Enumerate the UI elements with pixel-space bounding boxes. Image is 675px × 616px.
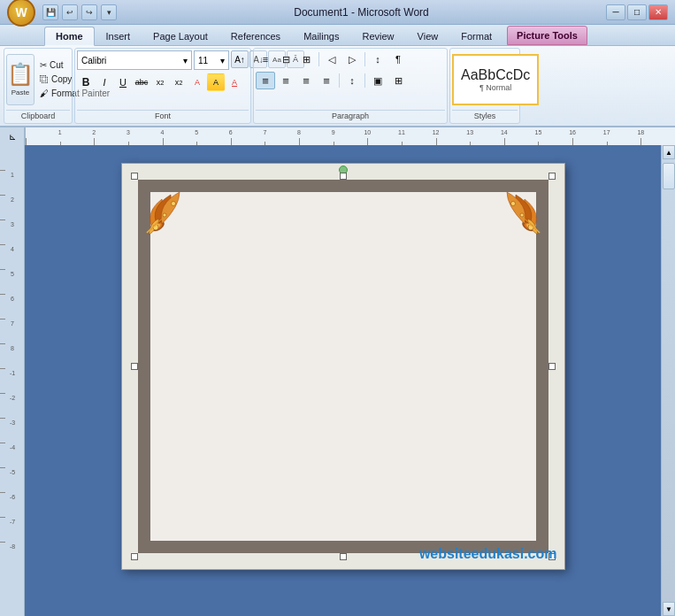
paragraph-bottom-row: ≡ ≡ ≡ ≡ ↕ ▣ ⊞: [256, 72, 408, 89]
handle-top-middle[interactable]: [340, 173, 347, 180]
scroll-down-button[interactable]: ▼: [663, 602, 675, 616]
minimize-button[interactable]: ─: [606, 4, 625, 20]
decrease-indent-button[interactable]: ◁: [322, 50, 341, 68]
strikethrough-button[interactable]: abc: [133, 73, 150, 91]
italic-button[interactable]: I: [96, 73, 113, 91]
superscript-button[interactable]: x2: [170, 73, 188, 91]
clipboard-group: 📋 Paste ✂ Cut ⿻ Copy 🖌 Format Painter Cl…: [4, 48, 73, 124]
style-preview-text: AaBbCcDc: [461, 67, 530, 83]
more-quick-btn[interactable]: ▾: [101, 4, 117, 20]
redo-quick-btn[interactable]: ↪: [81, 4, 97, 20]
handle-top-left[interactable]: [131, 173, 138, 180]
text-effects-button[interactable]: A: [188, 73, 206, 91]
font-size-selector[interactable]: 11 ▾: [194, 50, 229, 70]
handle-bottom-middle[interactable]: [340, 553, 347, 560]
subscript-button[interactable]: x2: [151, 73, 169, 91]
align-left-button[interactable]: ≡: [256, 72, 275, 89]
styles-group: AaBbCcDc ¶ Normal Styles: [449, 48, 520, 124]
increase-indent-button[interactable]: ▷: [342, 50, 362, 68]
sort-button[interactable]: ↕: [368, 50, 387, 68]
font-color-button[interactable]: A: [226, 73, 243, 91]
title-bar: W 💾 ↩ ↪ ▾ Document1 - Microsoft Word ─ □…: [0, 0, 675, 25]
justify-button[interactable]: ≡: [317, 72, 336, 89]
svg-point-3: [171, 202, 175, 206]
format-buttons-row: B I U abc x2 x2 A A A: [77, 73, 243, 91]
grow-font-button[interactable]: A↑: [231, 50, 249, 68]
window-controls: ─ □ ✕: [606, 4, 668, 20]
paragraph-content: ≡ ⊟ ⊞ ◁ ▷ ↕ ¶ ≡ ≡ ≡ ≡ ↕ ▣ ⊞: [256, 50, 445, 108]
ruler-area: ⊾ 123456789101112131415161718: [0, 127, 675, 145]
font-group: Calibri ▾ 11 ▾ A↑ A↓ Aa Ā B I U abc: [74, 48, 251, 124]
page-border-frame: [138, 180, 548, 553]
shading-button[interactable]: ▣: [368, 72, 387, 89]
ribbon: 📋 Paste ✂ Cut ⿻ Copy 🖌 Format Painter Cl…: [0, 46, 675, 127]
horizontal-ruler: 123456789101112131415161718: [25, 127, 675, 145]
underline-button[interactable]: U: [114, 73, 132, 91]
copy-icon: ⿻: [40, 74, 49, 84]
dropdown-arrow: ▾: [183, 56, 188, 65]
highlight-button[interactable]: A: [207, 73, 225, 91]
tab-mailings[interactable]: Mailings: [292, 26, 350, 45]
show-formatting-button[interactable]: ¶: [388, 50, 408, 68]
svg-point-2: [163, 213, 166, 217]
paragraph-group-label: Paragraph: [256, 110, 445, 121]
main-area: 12345678-1-2-3-4-5-6-7-8: [0, 145, 675, 616]
tab-format[interactable]: Format: [449, 26, 503, 45]
tab-home[interactable]: Home: [44, 27, 95, 46]
vertical-scrollbar[interactable]: ▲ ▼: [661, 145, 675, 616]
corner-ornament-top-left: [140, 181, 202, 243]
borders-button[interactable]: ⊞: [388, 72, 408, 89]
paste-icon: 📋: [7, 62, 34, 87]
scissors-icon: ✂: [40, 60, 47, 70]
handle-middle-right[interactable]: [548, 363, 556, 370]
size-dropdown-arrow: ▾: [220, 56, 225, 65]
document-page: websiteedukasi.com: [121, 163, 565, 570]
paragraph-group: ≡ ⊟ ⊞ ◁ ▷ ↕ ¶ ≡ ≡ ≡ ≡ ↕ ▣ ⊞ Pa: [253, 48, 448, 124]
line-spacing-button[interactable]: ↕: [342, 72, 362, 89]
clipboard-content: 📋 Paste ✂ Cut ⿻ Copy 🖌 Format Painter: [6, 50, 70, 108]
save-quick-btn[interactable]: 💾: [42, 4, 58, 20]
handle-top-right[interactable]: [548, 173, 556, 180]
tab-insert[interactable]: Insert: [95, 26, 142, 45]
title-bar-left: W 💾 ↩ ↪ ▾: [7, 0, 117, 27]
undo-quick-btn[interactable]: ↩: [62, 4, 78, 20]
tab-review[interactable]: Review: [350, 26, 405, 45]
tab-references[interactable]: References: [219, 26, 292, 45]
page-area: websiteedukasi.com: [25, 145, 661, 616]
vertical-ruler: 12345678-1-2-3-4-5-6-7-8: [0, 145, 25, 616]
format-painter-icon: 🖌: [40, 89, 49, 98]
maximize-button[interactable]: □: [627, 4, 647, 20]
numbering-button[interactable]: ⊟: [276, 50, 295, 68]
window-title: Document1 - Microsoft Word: [117, 6, 606, 19]
normal-style-item[interactable]: AaBbCcDc ¶ Normal: [452, 54, 539, 105]
font-group-label: Font: [77, 110, 249, 121]
font-content: Calibri ▾ 11 ▾ A↑ A↓ Aa Ā B I U abc: [77, 50, 249, 108]
office-button[interactable]: W: [7, 0, 35, 27]
clipboard-group-label: Clipboard: [6, 110, 70, 121]
align-center-button[interactable]: ≡: [276, 72, 295, 89]
scrollbar-thumb[interactable]: [663, 163, 675, 189]
tab-view[interactable]: View: [406, 26, 450, 45]
styles-group-label: Styles: [452, 110, 518, 121]
handle-bottom-left[interactable]: [131, 553, 138, 560]
bold-button[interactable]: B: [77, 73, 95, 91]
tab-page-layout[interactable]: Page Layout: [142, 26, 219, 45]
paste-button[interactable]: 📋 Paste: [6, 54, 35, 105]
ribbon-tab-bar: Home Insert Page Layout References Maili…: [0, 25, 675, 46]
style-preview-label: ¶ Normal: [479, 83, 511, 92]
bullets-button[interactable]: ≡: [256, 50, 275, 68]
styles-content: AaBbCcDc ¶ Normal: [452, 50, 518, 108]
multilevel-list-button[interactable]: ⊞: [296, 50, 316, 68]
paragraph-top-row: ≡ ⊟ ⊞ ◁ ▷ ↕ ¶: [256, 50, 408, 68]
corner-ornament-top-right: [485, 181, 547, 243]
watermark: websiteedukasi.com: [419, 546, 557, 562]
paste-label: Paste: [12, 89, 29, 96]
handle-middle-left[interactable]: [131, 363, 138, 370]
font-name-selector[interactable]: Calibri ▾: [77, 50, 192, 70]
close-button[interactable]: ✕: [648, 4, 668, 20]
ruler-corner: ⊾: [0, 127, 25, 145]
align-right-button[interactable]: ≡: [296, 72, 316, 89]
tab-picture-tools[interactable]: Picture Tools: [507, 26, 587, 45]
